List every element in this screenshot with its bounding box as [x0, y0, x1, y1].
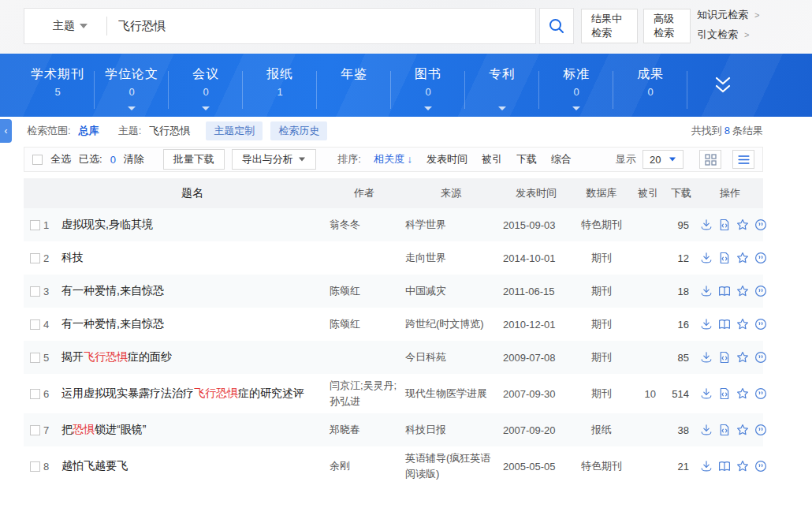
row-checkbox[interactable]	[30, 220, 40, 230]
nav-item-学术期刊[interactable]: 学术期刊5	[20, 65, 95, 106]
row-checkbox[interactable]	[30, 286, 40, 297]
star-icon[interactable]	[736, 252, 749, 264]
sort-option-相关度[interactable]: 相关度 ↓	[374, 152, 412, 166]
knowledge-search-link[interactable]: 知识元检索 >	[697, 8, 759, 22]
source-cell[interactable]: 今日科苑	[402, 346, 500, 369]
star-icon[interactable]	[736, 318, 749, 331]
star-icon[interactable]	[736, 460, 749, 473]
search-in-results-button[interactable]: 结果中检索	[581, 9, 638, 43]
scope-value[interactable]: 总库	[79, 124, 99, 138]
author-cell[interactable]: 陈颂红	[326, 279, 402, 303]
download-icon[interactable]	[700, 387, 713, 400]
download-icon[interactable]	[700, 285, 713, 297]
author-cell[interactable]: 余刚	[326, 454, 402, 478]
result-title-link[interactable]: 把恐惧锁进“眼镜”	[58, 419, 326, 441]
download-icon[interactable]	[700, 424, 713, 436]
source-cell[interactable]: 跨世纪(时文博览)	[402, 312, 500, 336]
download-icon[interactable]	[700, 252, 713, 264]
quote-icon[interactable]	[754, 219, 767, 231]
result-title-link[interactable]: 虚拟现实,身临其境	[58, 214, 326, 236]
quote-icon[interactable]	[754, 460, 767, 473]
source-cell[interactable]: 中国减灾	[402, 279, 500, 303]
result-title-link[interactable]: 科技	[58, 247, 326, 269]
star-icon[interactable]	[736, 387, 749, 400]
star-icon[interactable]	[736, 424, 749, 436]
html-read-icon[interactable]	[718, 252, 731, 264]
result-title-link[interactable]: 运用虚拟现实暴露疗法治疗飞行恐惧症的研究述评	[58, 383, 326, 405]
download-count-cell: 38	[662, 420, 697, 440]
result-title-link[interactable]: 有一种爱情,来自惊恐	[58, 280, 326, 302]
result-title-link[interactable]: 揭开飞行恐惧症的面纱	[58, 346, 326, 368]
row-checkbox[interactable]	[30, 389, 40, 399]
html-read-icon[interactable]	[718, 351, 731, 364]
html-read-icon[interactable]	[718, 424, 731, 436]
nav-item-标准[interactable]: 标准0	[539, 65, 613, 106]
nav-item-学位论文[interactable]: 学位论文0	[95, 65, 169, 106]
html-read-icon[interactable]	[718, 219, 731, 231]
download-icon[interactable]	[700, 460, 713, 473]
nav-item-成果[interactable]: 成果0	[613, 65, 687, 106]
quote-icon[interactable]	[754, 318, 767, 331]
nav-item-年鉴[interactable]: 年鉴	[317, 65, 391, 106]
collapse-sidebar-button[interactable]: ‹	[0, 119, 12, 143]
author-cell[interactable]	[326, 353, 402, 361]
page-size-select[interactable]: 20	[643, 150, 683, 169]
row-checkbox[interactable]	[30, 253, 40, 263]
list-view-button[interactable]	[732, 150, 754, 169]
html-read-icon[interactable]	[718, 387, 731, 400]
source-cell[interactable]: 走向世界	[402, 246, 500, 270]
book-icon[interactable]	[718, 318, 731, 331]
author-cell[interactable]: 郑晓春	[326, 418, 402, 442]
row-checkbox[interactable]	[30, 319, 40, 330]
nav-item-图书[interactable]: 图书0	[391, 65, 465, 106]
search-history-button[interactable]: 检索历史	[270, 121, 327, 140]
star-icon[interactable]	[736, 351, 749, 364]
row-checkbox[interactable]	[30, 425, 40, 435]
source-cell[interactable]: 科技日报	[402, 418, 500, 442]
sort-option-被引[interactable]: 被引	[482, 152, 502, 166]
topic-customize-button[interactable]: 主题定制	[206, 121, 263, 140]
author-cell[interactable]: 翁冬冬	[326, 213, 402, 237]
download-icon[interactable]	[700, 351, 713, 364]
source-cell[interactable]: 现代生物医学进展	[402, 382, 500, 405]
quote-icon[interactable]	[754, 387, 767, 400]
table-row: 6运用虚拟现实暴露疗法治疗飞行恐惧症的研究述评闫京江;吴灵丹;孙弘进现代生物医学…	[24, 374, 763, 413]
search-input[interactable]	[107, 20, 535, 33]
author-cell[interactable]: 闫京江;吴灵丹;孙弘进	[326, 374, 402, 413]
nav-item-报纸[interactable]: 报纸1	[243, 65, 317, 106]
select-all-checkbox[interactable]	[32, 155, 43, 165]
book-icon[interactable]	[718, 460, 731, 473]
quote-icon[interactable]	[754, 351, 767, 364]
result-title-link[interactable]: 越怕飞越要飞	[58, 455, 326, 477]
clear-selection-button[interactable]: 清除	[124, 152, 144, 166]
grid-view-button[interactable]	[699, 150, 721, 169]
quote-icon[interactable]	[754, 285, 767, 297]
nav-item-label: 学位论文	[95, 66, 169, 83]
star-icon[interactable]	[736, 285, 749, 297]
citation-search-link[interactable]: 引文检索 >	[697, 28, 759, 42]
book-icon[interactable]	[718, 285, 731, 297]
expand-nav-button[interactable]	[710, 73, 736, 97]
sort-option-发表时间[interactable]: 发表时间	[426, 152, 467, 166]
source-cell[interactable]: 英语辅导(疯狂英语阅读版)	[402, 446, 500, 486]
result-title-link[interactable]: 有一种爱情,来自惊恐	[58, 313, 326, 335]
sort-option-综合[interactable]: 综合	[551, 152, 572, 166]
download-icon[interactable]	[700, 219, 713, 231]
search-field-selector[interactable]: 主题	[24, 19, 106, 33]
quote-icon[interactable]	[754, 424, 767, 436]
source-cell[interactable]: 科学世界	[402, 213, 500, 237]
quote-icon[interactable]	[754, 252, 767, 264]
export-analyze-button[interactable]: 导出与分析	[232, 149, 316, 170]
nav-item-专利[interactable]: 专利	[465, 65, 539, 106]
search-button[interactable]	[539, 8, 574, 44]
row-checkbox[interactable]	[30, 461, 40, 472]
row-checkbox[interactable]	[30, 353, 40, 363]
nav-item-会议[interactable]: 会议0	[169, 65, 243, 106]
sort-option-下载[interactable]: 下载	[516, 152, 537, 166]
author-cell[interactable]: 陈颂红	[326, 312, 402, 336]
batch-download-button[interactable]: 批量下载	[163, 149, 225, 170]
author-cell[interactable]	[326, 254, 402, 262]
star-icon[interactable]	[736, 219, 749, 231]
download-icon[interactable]	[700, 318, 713, 331]
advanced-search-button[interactable]: 高级检索	[643, 9, 691, 43]
